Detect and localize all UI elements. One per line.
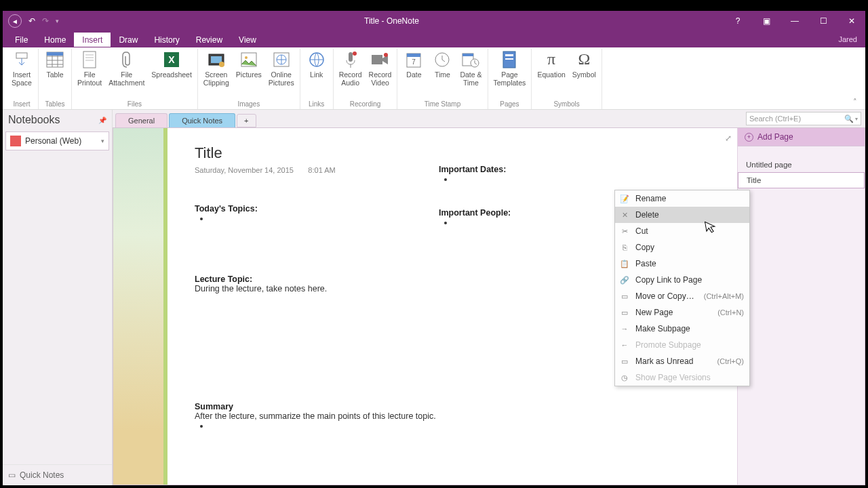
plus-icon: +	[745, 133, 753, 142]
undo-icon[interactable]: ↶	[28, 16, 35, 26]
maximize-icon[interactable]: ☐	[810, 12, 837, 30]
record-audio-button[interactable]: RecordAudio	[336, 49, 365, 88]
list-item[interactable]	[210, 421, 721, 430]
important-people-heading: Important People:	[439, 208, 511, 218]
ctx-copy-link[interactable]: 🔗Copy Link to Page	[615, 272, 749, 288]
close-icon[interactable]: ✕	[838, 12, 865, 30]
svg-point-17	[384, 53, 388, 57]
summary-body[interactable]: After the lecture, summarize the main po…	[195, 411, 721, 421]
link-icon: 🔗	[619, 274, 630, 285]
section-tab-general[interactable]: General	[115, 113, 167, 127]
ctx-rename[interactable]: 📝Rename	[615, 190, 749, 207]
summary-heading: Summary	[195, 402, 721, 411]
collapse-ribbon-icon[interactable]: ˄	[848, 95, 863, 109]
page-templates-button[interactable]: PageTemplates	[491, 49, 529, 88]
screen-clipping-button[interactable]: ScreenClipping	[201, 49, 232, 88]
date-button[interactable]: 7Date	[400, 49, 427, 80]
subpage-icon: →	[619, 323, 630, 334]
rename-icon: 📝	[619, 193, 630, 204]
date-time-button[interactable]: Date &Time	[457, 49, 484, 88]
help-icon[interactable]: ?	[724, 12, 751, 30]
ctx-copy[interactable]: ⎘Copy	[615, 239, 749, 256]
file-attachment-button[interactable]: FileAttachment	[106, 49, 147, 88]
back-icon[interactable]: ◄	[8, 14, 22, 28]
ctx-delete[interactable]: ✕Delete	[615, 207, 749, 223]
section-tab-quicknotes[interactable]: Quick Notes	[169, 113, 235, 127]
list-item[interactable]	[454, 218, 511, 227]
ctx-cut[interactable]: ✂Cut	[615, 223, 749, 239]
context-menu: 📝Rename ✕Delete ✂Cut ⎘Copy 📋Paste 🔗Copy …	[614, 190, 750, 386]
versions-icon: ◷	[619, 372, 630, 383]
page-icon: ▭	[8, 470, 16, 480]
svg-rect-0	[16, 53, 27, 58]
window-title: Title - OneNote	[59, 16, 724, 26]
page-background	[113, 128, 167, 485]
svg-rect-23	[462, 54, 473, 56]
add-page-button[interactable]: + Add Page	[738, 128, 865, 146]
ctx-new-page[interactable]: ▭New Page(Ctrl+N)	[615, 304, 749, 321]
fullpage-icon[interactable]: ▣	[753, 12, 780, 30]
tab-insert[interactable]: Insert	[74, 33, 111, 47]
ctx-make-subpage[interactable]: →Make Subpage	[615, 321, 749, 337]
tab-review[interactable]: Review	[188, 33, 231, 47]
promote-icon: ←	[619, 340, 630, 350]
page-time: 8:01 AM	[308, 166, 335, 174]
svg-rect-2	[47, 52, 63, 56]
ctx-move-copy[interactable]: ▭Move or Copy…(Ctrl+Alt+M)	[615, 288, 749, 304]
chevron-down-icon[interactable]: ▾	[101, 138, 104, 144]
notebook-color-icon	[10, 136, 21, 146]
equation-button[interactable]: πEquation	[534, 49, 568, 80]
delete-icon: ✕	[619, 209, 630, 220]
tab-home[interactable]: Home	[36, 33, 74, 47]
expand-icon[interactable]: ⤢	[725, 134, 732, 143]
ctx-paste[interactable]: 📋Paste	[615, 256, 749, 272]
svg-rect-7	[211, 56, 222, 63]
online-pictures-button[interactable]: OnlinePictures	[266, 49, 297, 88]
newpage-icon: ▭	[619, 307, 630, 318]
unread-icon: ▭	[619, 356, 630, 367]
user-label[interactable]: Jared	[838, 35, 865, 43]
time-button[interactable]: Time	[429, 49, 456, 80]
search-input[interactable]: Search (Ctrl+E) 🔍 ▾	[746, 112, 861, 125]
quicknotes-button[interactable]: ▭ Quick Notes	[3, 464, 112, 485]
tab-draw[interactable]: Draw	[111, 33, 146, 47]
paste-icon: 📋	[619, 258, 630, 269]
tab-history[interactable]: History	[146, 33, 187, 47]
svg-rect-3	[83, 52, 96, 68]
tab-view[interactable]: View	[231, 33, 264, 47]
svg-rect-26	[505, 54, 513, 56]
svg-rect-14	[349, 52, 353, 62]
record-video-button[interactable]: RecordVideo	[366, 49, 395, 88]
page-date: Saturday, November 14, 2015	[195, 166, 294, 174]
file-printout-button[interactable]: FilePrintout	[75, 49, 104, 88]
symbol-button[interactable]: ΩSymbol	[570, 49, 599, 80]
pictures-button[interactable]: Pictures	[233, 49, 264, 80]
list-item[interactable]	[454, 174, 511, 184]
svg-rect-16	[372, 55, 382, 64]
svg-point-10	[245, 56, 248, 59]
qat-more-icon[interactable]: ▾	[56, 18, 59, 24]
insert-space-button[interactable]: InsertSpace	[8, 49, 35, 88]
important-dates-heading: Important Dates:	[439, 165, 511, 174]
table-button[interactable]: Table	[41, 49, 68, 80]
svg-rect-19	[407, 54, 420, 57]
move-icon: ▭	[619, 291, 630, 302]
page-item-untitled[interactable]: Untitled page	[738, 157, 865, 172]
spreadsheet-button[interactable]: XSpreadsheet	[149, 49, 195, 80]
pin-icon[interactable]: 📌	[98, 117, 106, 124]
ctx-page-versions: ◷Show Page Versions	[615, 369, 749, 386]
ctx-mark-unread[interactable]: ▭Mark as Unread(Ctrl+Q)	[615, 353, 749, 369]
page-item-title[interactable]: Title	[738, 172, 865, 188]
notebooks-header: Notebooks	[8, 114, 60, 126]
ctx-promote-subpage: ←Promote Subpage	[615, 337, 749, 353]
tab-file[interactable]: File	[7, 33, 36, 47]
notebook-item[interactable]: Personal (Web) ▾	[5, 131, 109, 150]
add-section-button[interactable]: +	[237, 114, 256, 127]
redo-icon[interactable]: ↷	[42, 16, 49, 26]
search-scope-icon[interactable]: ▾	[855, 116, 858, 122]
cut-icon: ✂	[619, 226, 630, 237]
svg-text:X: X	[168, 54, 175, 65]
minimize-icon[interactable]: —	[781, 12, 808, 30]
svg-point-15	[353, 52, 357, 56]
link-button[interactable]: Link	[303, 49, 330, 80]
